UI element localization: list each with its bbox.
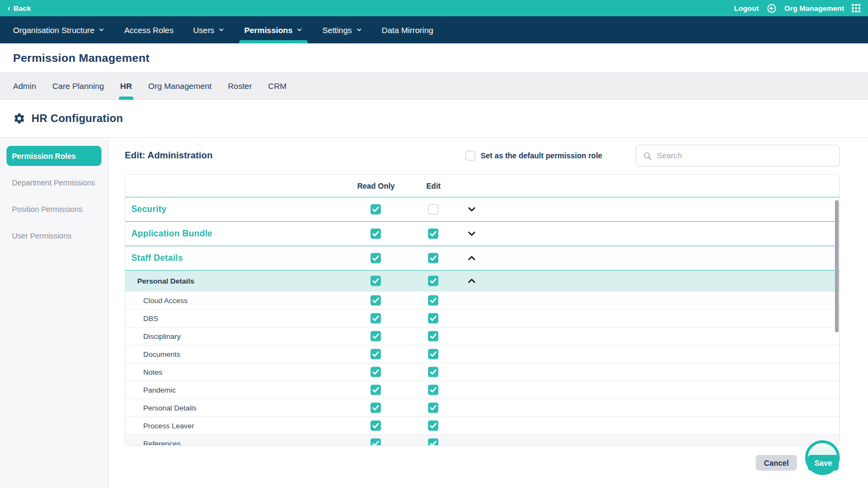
tab-admin[interactable]: Admin xyxy=(13,72,36,99)
read-only-checkbox[interactable] xyxy=(371,313,381,324)
table-row-process-leaver[interactable]: Process Leaver xyxy=(125,416,839,434)
read-only-checkbox[interactable] xyxy=(371,403,381,413)
section-header: HR Configuration xyxy=(0,100,868,138)
topbar-right: Logout Org Management xyxy=(734,3,860,14)
chevron-down-icon xyxy=(296,27,303,33)
read-only-checkbox[interactable] xyxy=(371,253,381,264)
nav-item-label: Settings xyxy=(322,25,352,35)
nav-item-label: Access Roles xyxy=(124,25,174,35)
sidebar-item-user-permissions[interactable]: User Permissions xyxy=(7,226,101,246)
nav-item-permissions[interactable]: Permissions xyxy=(244,16,303,43)
gear-icon xyxy=(13,112,25,125)
section-title: HR Configuration xyxy=(31,112,123,125)
nav-item-data-mirroring[interactable]: Data Mirroring xyxy=(382,16,433,43)
row-label: Process Leaver xyxy=(143,422,194,430)
edit-checkbox[interactable] xyxy=(428,421,438,431)
read-only-checkbox[interactable] xyxy=(371,296,381,306)
table-row-disciplinary[interactable]: Disciplinary xyxy=(125,327,839,345)
table-row-application-bundle[interactable]: Application Bundle xyxy=(125,221,839,246)
row-label: Personal Details xyxy=(137,277,194,285)
permissions-sidebar: Permission RolesDepartment PermissionsPo… xyxy=(0,138,108,488)
table-row-staff-details[interactable]: Staff Details xyxy=(125,246,839,270)
nav-item-settings[interactable]: Settings xyxy=(322,16,362,43)
table-row-pandemic[interactable]: Pandemic xyxy=(125,381,839,399)
main-panel: Edit: Administration Set as the default … xyxy=(108,138,868,488)
read-only-checkbox[interactable] xyxy=(371,331,381,342)
tab-roster[interactable]: Roster xyxy=(228,72,252,99)
table-row-documents[interactable]: Documents xyxy=(125,345,839,363)
sidebar-item-position-permissions[interactable]: Position Permissions xyxy=(7,199,101,219)
nav-item-label: Users xyxy=(193,25,214,35)
nav-item-access-roles[interactable]: Access Roles xyxy=(124,16,174,43)
permissions-table: Read Only Edit SecurityApplication Bundl… xyxy=(125,174,840,446)
back-button[interactable]: ‹ Back xyxy=(8,4,31,12)
row-label: Personal Details xyxy=(143,404,196,412)
edit-checkbox[interactable] xyxy=(428,296,438,306)
read-only-checkbox[interactable] xyxy=(371,276,381,286)
default-role-toggle[interactable]: Set as the default permission role xyxy=(465,151,602,160)
save-button[interactable]: Save xyxy=(808,455,839,471)
edit-checkbox[interactable] xyxy=(428,403,438,413)
edit-checkbox[interactable] xyxy=(428,439,438,446)
table-scrollbar-thumb[interactable] xyxy=(835,200,839,332)
edit-checkbox[interactable] xyxy=(428,331,438,342)
table-row-cloud-access[interactable]: Cloud Access xyxy=(125,291,839,309)
topbar: ‹ Back Logout Org Management xyxy=(0,0,868,16)
page-header: Permission Management xyxy=(0,43,868,72)
edit-checkbox[interactable] xyxy=(428,313,438,324)
search-box xyxy=(636,145,840,166)
tab-label: Admin xyxy=(13,81,36,91)
chevron-up-icon[interactable] xyxy=(466,253,477,264)
sidebar-item-permission-roles[interactable]: Permission Roles xyxy=(7,146,101,166)
table-body: SecurityApplication BundleStaff DetailsP… xyxy=(125,197,839,446)
nav-item-users[interactable]: Users xyxy=(193,16,225,43)
tab-org-management[interactable]: Org Management xyxy=(148,72,212,99)
chevron-up-icon[interactable] xyxy=(466,275,477,287)
edit-checkbox[interactable] xyxy=(428,253,438,264)
table-row-personal-details[interactable]: Personal Details xyxy=(125,270,839,291)
row-label: Application Bundle xyxy=(131,229,212,239)
main-nav: Organisation StructureAccess RolesUsersP… xyxy=(0,16,868,43)
read-only-checkbox[interactable] xyxy=(371,421,381,431)
read-only-checkbox[interactable] xyxy=(371,349,381,359)
tab-label: Roster xyxy=(228,81,252,91)
edit-checkbox[interactable] xyxy=(428,349,438,359)
cancel-button[interactable]: Cancel xyxy=(756,455,797,471)
row-label: References xyxy=(143,440,181,446)
tab-crm[interactable]: CRM xyxy=(268,72,286,99)
search-input[interactable] xyxy=(657,151,839,160)
logout-arrow-circle-icon[interactable] xyxy=(767,3,777,14)
edit-checkbox[interactable] xyxy=(428,367,438,377)
apps-grid-icon[interactable] xyxy=(852,4,860,12)
edit-checkbox[interactable] xyxy=(428,204,438,215)
table-row-dbs[interactable]: DBS xyxy=(125,309,839,327)
tab-label: HR xyxy=(120,81,132,91)
chevron-down-icon[interactable] xyxy=(466,228,477,240)
read-only-checkbox[interactable] xyxy=(371,439,381,446)
logout-button[interactable]: Logout xyxy=(734,4,759,12)
default-role-checkbox[interactable] xyxy=(465,151,475,160)
app-switcher-label[interactable]: Org Management xyxy=(784,4,844,12)
read-only-checkbox[interactable] xyxy=(371,367,381,377)
table-header: Read Only Edit xyxy=(125,175,839,197)
chevron-down-icon[interactable] xyxy=(466,204,477,215)
table-row-personal-details[interactable]: Personal Details xyxy=(125,399,839,416)
row-label: Documents xyxy=(143,350,180,358)
read-only-checkbox[interactable] xyxy=(371,385,381,395)
table-row-references[interactable]: References xyxy=(125,434,839,446)
read-only-checkbox[interactable] xyxy=(371,229,381,239)
nav-item-label: Organisation Structure xyxy=(13,25,94,35)
tab-care-planning[interactable]: Care Planning xyxy=(53,72,104,99)
table-row-security[interactable]: Security xyxy=(125,197,839,221)
edit-checkbox[interactable] xyxy=(428,229,438,239)
row-label: Staff Details xyxy=(131,253,183,263)
sidebar-item-department-permissions[interactable]: Department Permissions xyxy=(7,172,101,192)
tab-hr[interactable]: HR xyxy=(120,72,132,99)
nav-item-organisation-structure[interactable]: Organisation Structure xyxy=(13,16,105,43)
chevron-down-icon xyxy=(218,27,225,33)
edit-checkbox[interactable] xyxy=(428,276,438,286)
edit-checkbox[interactable] xyxy=(428,385,438,395)
table-row-notes[interactable]: Notes xyxy=(125,363,839,381)
read-only-checkbox[interactable] xyxy=(371,204,381,215)
chevron-down-icon xyxy=(98,27,105,33)
